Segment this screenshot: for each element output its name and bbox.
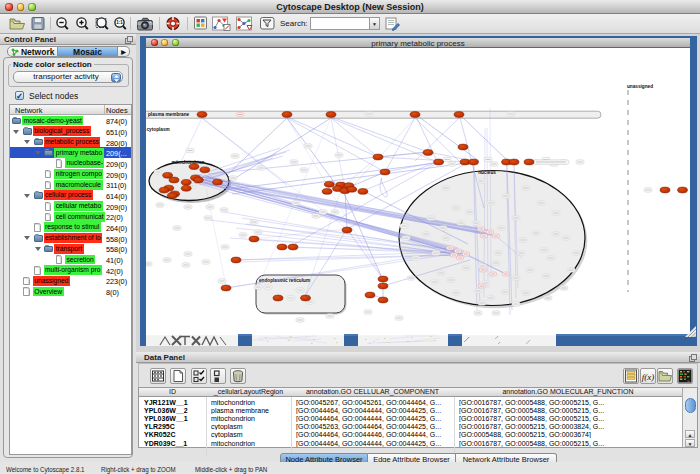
svg-text:unassigned: unassigned <box>627 84 653 89</box>
svg-text:mitochondrion: mitochondrion <box>172 160 205 165</box>
svg-text:f(x): f(x) <box>642 372 655 382</box>
svg-text:plasma membrane: plasma membrane <box>148 112 190 117</box>
svg-text:1:1: 1:1 <box>116 20 123 25</box>
svg-text:cytoplasm: cytoplasm <box>147 127 170 132</box>
